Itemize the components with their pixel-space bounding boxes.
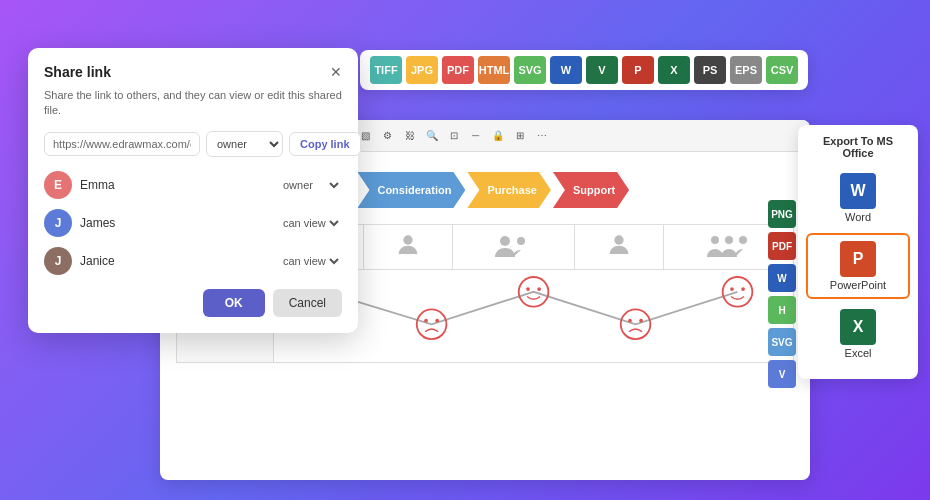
svg-point-7 (725, 236, 733, 244)
jpg-format-btn[interactable]: JPG (406, 56, 438, 84)
user-row-james: J James can view owner can edit (44, 209, 342, 237)
toolbar-link-icon[interactable]: ⛓ (401, 127, 419, 145)
svg-point-4 (517, 237, 525, 245)
stage-support: Support (553, 172, 629, 208)
stage-purchase: Purchase (467, 172, 551, 208)
share-link-modal: Share link ✕ Share the link to others, a… (28, 48, 358, 333)
word-export-label: Word (845, 211, 871, 223)
svg-point-16 (526, 287, 530, 291)
export-word-item[interactable]: W Word (806, 167, 910, 229)
svg-point-13 (424, 319, 428, 323)
touchpoints-cell-2 (363, 225, 453, 270)
word-export-icon: W (840, 173, 876, 209)
svg-point-3 (500, 236, 510, 246)
side-html-icon[interactable]: H (768, 296, 796, 324)
svg-point-14 (435, 319, 439, 323)
export-excel-item[interactable]: X Excel (806, 303, 910, 365)
vsdx-format-btn[interactable]: V (586, 56, 618, 84)
ok-button[interactable]: OK (203, 289, 265, 317)
export-panel-title: Export To MS Office (806, 135, 910, 159)
touchpoints-cell-4 (574, 225, 664, 270)
svg-point-5 (614, 235, 623, 244)
excel-export-icon: X (840, 309, 876, 345)
pdf-format-btn[interactable]: PDF (442, 56, 474, 84)
side-word-icon[interactable]: W (768, 264, 796, 292)
export-panel: Export To MS Office W Word P PowerPoint … (798, 125, 918, 379)
avatar-emma-img: E (44, 171, 72, 199)
export-side-icons: PNG PDF W H SVG V (768, 200, 796, 388)
side-pdf-icon[interactable]: PDF (768, 232, 796, 260)
copy-link-button[interactable]: Copy link (289, 132, 361, 156)
toolbar-lock-icon[interactable]: 🔒 (489, 127, 507, 145)
user-name-janice: Janice (80, 254, 271, 268)
avatar-janice: J (44, 247, 72, 275)
toolbar-grid-icon[interactable]: ⊞ (511, 127, 529, 145)
svg-point-22 (730, 287, 734, 291)
svg-format-btn[interactable]: SVG (514, 56, 546, 84)
avatar-emma: E (44, 171, 72, 199)
side-png-icon[interactable]: PNG (768, 200, 796, 228)
role-select-janice[interactable]: can view owner can edit (279, 254, 342, 268)
toolbar-more-icon[interactable]: ⋯ (533, 127, 551, 145)
stage-consideration: Consideration (357, 172, 465, 208)
user-name-james: James (80, 216, 271, 230)
svg-point-2 (403, 235, 412, 244)
side-visio-icon[interactable]: V (768, 360, 796, 388)
svg-point-6 (711, 236, 719, 244)
svg-point-21 (723, 277, 753, 307)
toolbar-fit-icon[interactable]: ⊡ (445, 127, 463, 145)
cancel-button[interactable]: Cancel (273, 289, 342, 317)
role-select-emma[interactable]: owner can view can edit (279, 178, 342, 192)
modal-title: Share link (44, 64, 111, 80)
svg-point-17 (537, 287, 541, 291)
svg-point-19 (628, 319, 632, 323)
ppt-format-btn[interactable]: P (622, 56, 654, 84)
toolbar-line-icon[interactable]: ─ (467, 127, 485, 145)
toolbar-paint-icon[interactable]: ⚙ (379, 127, 397, 145)
export-powerpoint-item[interactable]: P PowerPoint (806, 233, 910, 299)
touchpoints-cell-3 (453, 225, 575, 270)
link-row: owner can view can edit Copy link (44, 131, 342, 157)
svg-point-23 (741, 287, 745, 291)
powerpoint-export-icon: P (840, 241, 876, 277)
user-row-emma: E Emma owner can view can edit (44, 171, 342, 199)
modal-header: Share link ✕ (44, 64, 342, 80)
svg-point-20 (639, 319, 643, 323)
toolbar-search-icon[interactable]: 🔍 (423, 127, 441, 145)
format-toolbar: TIFF JPG PDF HTML SVG W V P X PS EPS CSV (360, 50, 808, 90)
avatar-james: J (44, 209, 72, 237)
html-format-btn[interactable]: HTML (478, 56, 510, 84)
role-select-james[interactable]: can view owner can edit (279, 216, 342, 230)
ps-format-btn[interactable]: PS (694, 56, 726, 84)
user-row-janice: J Janice can view owner can edit (44, 247, 342, 275)
word-format-btn[interactable]: W (550, 56, 582, 84)
modal-description: Share the link to others, and they can v… (44, 88, 342, 119)
permission-select[interactable]: owner can view can edit (206, 131, 283, 157)
eps-format-btn[interactable]: EPS (730, 56, 762, 84)
share-link-input[interactable] (44, 132, 200, 156)
avatar-james-img: J (44, 209, 72, 237)
powerpoint-export-label: PowerPoint (830, 279, 886, 291)
csv-format-btn[interactable]: CSV (766, 56, 798, 84)
svg-point-8 (739, 236, 747, 244)
side-svg-icon[interactable]: SVG (768, 328, 796, 356)
modal-footer: OK Cancel (44, 289, 342, 317)
avatar-janice-img: J (44, 247, 72, 275)
xls-format-btn[interactable]: X (658, 56, 690, 84)
excel-export-label: Excel (845, 347, 872, 359)
tiff-format-btn[interactable]: TIFF (370, 56, 402, 84)
modal-close-button[interactable]: ✕ (330, 64, 342, 80)
user-name-emma: Emma (80, 178, 271, 192)
